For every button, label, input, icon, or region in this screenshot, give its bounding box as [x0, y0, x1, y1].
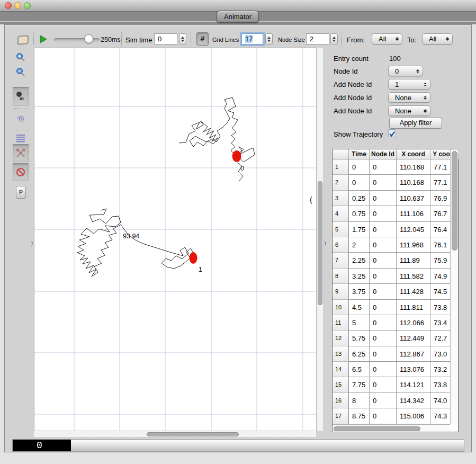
row-number[interactable]: 14 — [333, 362, 349, 377]
table-cell[interactable]: 6.25 — [349, 346, 370, 362]
speed-slider-thumb[interactable] — [84, 34, 93, 43]
table-cell[interactable]: 0.25 — [349, 191, 370, 206]
table-cell[interactable]: 113.076 — [397, 362, 430, 377]
row-number[interactable]: 2 — [333, 175, 349, 190]
table-cell[interactable]: 76.9 — [430, 191, 450, 206]
row-number[interactable]: 17 — [333, 408, 349, 424]
table-cell[interactable]: 0 — [370, 191, 397, 206]
wireless-links-button[interactable] — [13, 144, 29, 162]
row-number[interactable]: 6 — [333, 237, 349, 253]
table-cell[interactable]: 0 — [370, 222, 397, 237]
row-number[interactable]: 10 — [333, 300, 349, 315]
table-cell[interactable]: 73.8 — [430, 300, 450, 315]
table-cell[interactable]: 0 — [370, 393, 397, 408]
table-cell[interactable]: 110.168 — [397, 175, 430, 190]
table-cell[interactable]: 1.75 — [349, 222, 370, 237]
table-cell[interactable]: 0 — [370, 269, 397, 284]
table-cell[interactable]: 0 — [370, 175, 397, 190]
canvas-vscrollbar-thumb[interactable] — [318, 181, 322, 305]
table-cell[interactable]: 110.168 — [397, 159, 430, 175]
table-cell[interactable]: 111.968 — [397, 237, 430, 253]
grid-toggle-button[interactable]: # — [196, 32, 209, 46]
table-cell[interactable]: 0 — [370, 362, 397, 377]
table-cell[interactable]: 111.582 — [397, 269, 430, 284]
table-cell[interactable]: 0 — [370, 284, 397, 299]
show-node-id-button[interactable]: ID — [13, 87, 29, 106]
table-cell[interactable]: 0.75 — [349, 206, 370, 221]
table-cell[interactable]: 0 — [370, 346, 397, 362]
canvas-hscrollbar[interactable] — [34, 431, 316, 437]
grid-lines-input[interactable]: 17 — [241, 33, 263, 44]
row-number[interactable]: 8 — [333, 269, 349, 284]
table-cell[interactable]: 0 — [370, 237, 397, 253]
apply-filter-button[interactable]: Apply filter — [389, 118, 442, 129]
table-cell[interactable]: 6.5 — [349, 362, 370, 377]
table-cell[interactable]: 110.637 — [397, 191, 430, 206]
table-cell[interactable]: 114.121 — [397, 377, 430, 392]
table-cell[interactable]: 111.89 — [397, 253, 430, 268]
row-number[interactable]: 3 — [333, 191, 349, 206]
notes-toolbar-button[interactable] — [16, 33, 30, 47]
row-number[interactable]: 11 — [333, 315, 349, 331]
row-number[interactable]: 15 — [333, 377, 349, 392]
table-cell[interactable]: 112.867 — [397, 346, 430, 362]
table-cell[interactable]: 111.428 — [397, 284, 430, 299]
play-button[interactable] — [40, 35, 47, 46]
table-cell[interactable]: 74.0 — [430, 393, 450, 408]
table-cell[interactable]: 76.1 — [430, 237, 450, 253]
canvas-viewport[interactable]: 93.94 ( 01 — [34, 48, 317, 431]
row-number[interactable]: 16 — [333, 393, 349, 408]
tab-animator[interactable]: Animator — [217, 11, 259, 23]
canvas-vscrollbar[interactable] — [316, 48, 323, 431]
grid-lines-stepper[interactable] — [265, 33, 273, 44]
precision-button[interactable]: P — [16, 186, 26, 199]
table-cell[interactable]: 7.75 — [349, 377, 370, 392]
table-cell[interactable]: 74.9 — [430, 269, 450, 284]
table-cell[interactable]: 75.9 — [430, 253, 450, 268]
add-node-id-dropdown-2[interactable]: None — [388, 92, 430, 103]
to-dropdown[interactable]: All — [422, 33, 453, 44]
table-cell[interactable]: 5 — [349, 315, 370, 331]
row-number[interactable]: 7 — [333, 253, 349, 268]
table-hscrollbar-thumb[interactable] — [334, 426, 420, 431]
row-number[interactable]: 1 — [333, 159, 349, 175]
table-cell[interactable]: 112.045 — [397, 222, 430, 237]
table-cell[interactable]: 112.066 — [397, 315, 430, 331]
canvas-hscrollbar-thumb[interactable] — [147, 432, 239, 436]
zoom-out-button[interactable] — [13, 65, 29, 79]
table-cell[interactable]: 8 — [349, 393, 370, 408]
row-number[interactable]: 9 — [333, 284, 349, 299]
table-cell[interactable]: 0 — [370, 408, 397, 424]
table-cell[interactable]: 111.811 — [397, 300, 430, 315]
table-cell[interactable]: 0 — [349, 175, 370, 190]
close-button[interactable] — [5, 2, 12, 9]
table-cell[interactable]: 76.4 — [430, 222, 450, 237]
table-cell[interactable]: 0 — [370, 159, 397, 175]
table-cell[interactable]: 2 — [349, 237, 370, 253]
table-cell[interactable]: 112.449 — [397, 331, 430, 346]
table-cell[interactable]: 73.8 — [430, 377, 450, 392]
table-cell[interactable]: 0 — [349, 159, 370, 175]
block-packets-button[interactable] — [13, 163, 29, 181]
packet-stats-button[interactable] — [13, 132, 29, 144]
table-cell[interactable]: 77.1 — [430, 159, 450, 175]
table-cell[interactable]: 76.7 — [430, 206, 450, 221]
row-number[interactable]: 12 — [333, 331, 349, 346]
add-node-id-dropdown-1[interactable]: 1 — [388, 79, 430, 90]
node-id-dropdown[interactable]: 0 — [388, 66, 423, 76]
table-cell[interactable]: 0 — [370, 300, 397, 315]
table-cell[interactable]: 114.342 — [397, 393, 430, 408]
table-vscrollbar-thumb[interactable] — [452, 151, 457, 251]
table-hscrollbar[interactable] — [333, 424, 450, 432]
table-cell[interactable]: 0 — [370, 331, 397, 346]
table-cell[interactable]: 0 — [370, 315, 397, 331]
row-number[interactable]: 13 — [333, 346, 349, 362]
table-cell[interactable]: 73.4 — [430, 315, 450, 331]
node-size-stepper[interactable] — [330, 33, 338, 44]
table-vscrollbar[interactable] — [450, 149, 458, 424]
table-cell[interactable]: 8.75 — [349, 408, 370, 424]
table-cell[interactable]: 74.5 — [430, 284, 450, 299]
table-cell[interactable]: 3.75 — [349, 284, 370, 299]
table-cell[interactable]: 77.1 — [430, 175, 450, 190]
table-cell[interactable]: 111.106 — [397, 206, 430, 221]
